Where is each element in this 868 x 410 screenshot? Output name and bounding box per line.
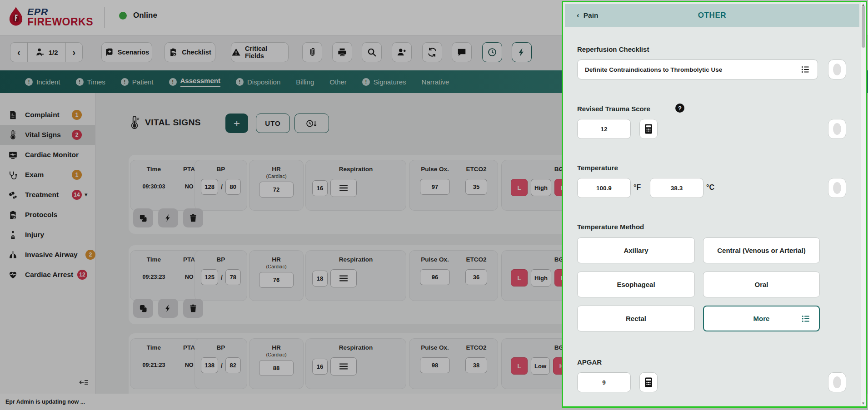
calculator-icon [644,377,653,388]
scroll-down-arrow-icon[interactable]: ▼ [861,401,866,406]
apgar-input[interactable]: 9 [577,372,631,392]
apgar-status-button[interactable] [828,372,846,392]
temperature-f-input[interactable]: 100.9 [577,178,631,198]
help-icon[interactable]: ? [675,104,684,113]
revised-trauma-score-label: Revised Trauma Score [577,105,650,113]
calculator-icon [644,123,653,134]
status-dot [833,123,841,135]
list-icon [801,314,811,323]
reperfusion-checklist-input[interactable]: Definite Contraindications to Thrombolyt… [577,59,818,79]
other-panel: ‹ Pain OTHER Reperfusion Checklist Defin… [562,1,867,408]
status-dot [833,376,841,388]
status-dot [833,182,841,194]
fahrenheit-unit-label: °F [634,183,641,192]
method-more-button[interactable]: More [703,306,820,331]
method-central-button[interactable]: Central (Venous or Arterial) [703,237,820,263]
method-oral-button[interactable]: Oral [703,272,820,297]
temperature-status-button[interactable] [828,178,846,198]
temperature-c-input[interactable]: 38.3 [650,178,703,198]
more-label: More [753,315,770,322]
reperfusion-status-button[interactable] [828,59,846,79]
panel-title: OTHER [565,11,859,20]
status-dot [833,64,841,75]
apgar-label: APGAR [577,358,602,366]
method-esophageal-button[interactable]: Esophageal [577,272,695,297]
list-icon [800,65,810,74]
panel-scrollbar[interactable]: ▲ ▼ [861,2,866,406]
celsius-unit-label: °C [706,183,714,192]
reperfusion-checklist-label: Reperfusion Checklist [577,45,649,53]
reperfusion-value: Definite Contraindications to Thrombolyt… [585,66,800,73]
back-label: Pain [584,11,599,20]
rts-status-button[interactable] [828,119,846,139]
revised-trauma-score-input[interactable]: 12 [577,119,631,139]
method-rectal-button[interactable]: Rectal [577,306,695,331]
back-to-pain-button[interactable]: ‹ Pain [577,11,598,20]
apgar-calculator-button[interactable] [639,372,658,392]
other-panel-header: ‹ Pain OTHER [565,4,859,27]
method-axillary-button[interactable]: Axillary [577,237,695,263]
temperature-label: Temperature [577,164,618,172]
rts-calculator-button[interactable] [639,119,658,139]
chevron-left-icon: ‹ [577,11,579,20]
scrollbar-thumb[interactable] [862,6,865,48]
temperature-method-label: Temperature Method [577,223,644,231]
epr-app: EPR FIREWORKS Online ‹ 1/2 › [0,0,868,410]
